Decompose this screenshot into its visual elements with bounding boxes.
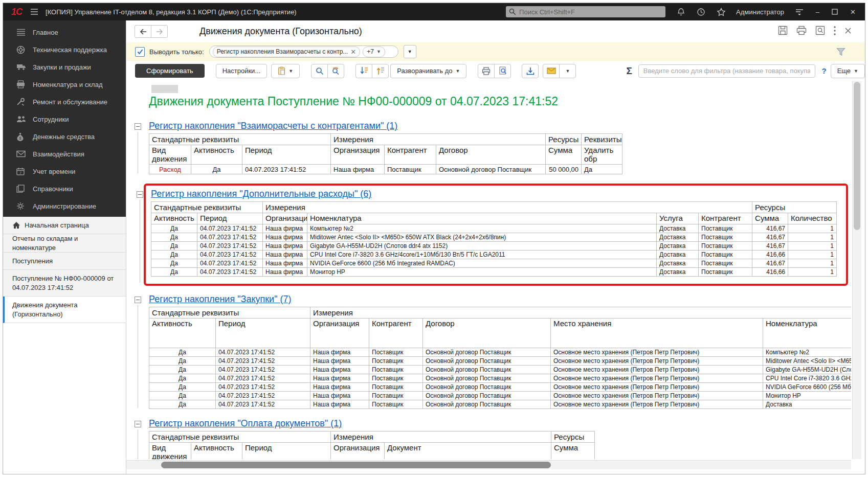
- kebab-menu-icon[interactable]: [834, 26, 836, 37]
- table-row[interactable]: Да04.07.2023 17:41:52Наша фирмаNVIDIA Ge…: [151, 259, 837, 268]
- expand-to-button[interactable]: Разворачивать до ▼: [390, 64, 466, 78]
- sidebar-item[interactable]: Номенклатура и склад: [3, 76, 126, 93]
- vertical-scrollbar-thumb[interactable]: [854, 82, 860, 230]
- expand-groups-icon[interactable]: [372, 64, 389, 78]
- preview-icon[interactable]: [815, 26, 825, 37]
- group-header: Ресурсы: [546, 134, 582, 145]
- sidebar-item[interactable]: Взаимодействия: [3, 145, 126, 163]
- collapse-groups-icon[interactable]: [355, 64, 372, 78]
- favorites-star-icon[interactable]: [717, 8, 726, 16]
- table-row[interactable]: Да04.07.2023 17:41:52Наша фирмаПоставщик…: [149, 392, 852, 400]
- sidebar-item[interactable]: 7Учет времени: [3, 163, 126, 180]
- table-row[interactable]: Да04.07.2023 17:41:52Наша фирмаCPU Intel…: [151, 251, 837, 259]
- table-row[interactable]: РасходДа04.07.2023 17:41:52Наша фирмаПос…: [149, 165, 622, 174]
- cell: Да: [149, 374, 216, 383]
- column-header: Договор: [436, 145, 546, 165]
- find-next-icon[interactable]: [327, 64, 344, 78]
- print-icon[interactable]: [478, 64, 495, 78]
- sidebar-item[interactable]: Ремонт и обслуживание: [3, 93, 126, 110]
- section-title-link[interactable]: Регистр накопления "Оплата документов" (…: [149, 418, 342, 429]
- send-email-icon[interactable]: [543, 64, 560, 78]
- cell: Основной договор Поставщик: [423, 400, 551, 409]
- help-button[interactable]: ?: [821, 66, 826, 75]
- nav-item[interactable]: Отчеты по складам и номенклатуре: [3, 234, 126, 253]
- collapse-icon[interactable]: [135, 297, 141, 303]
- table-row[interactable]: Да04.07.2023 17:41:52Наша фирмаПоставщик…: [149, 357, 852, 366]
- column-header-row: АктивностьПериодОрганизацияКонтрагентДог…: [149, 319, 852, 348]
- settings-button[interactable]: Настройки...: [216, 64, 268, 78]
- sidebar-item[interactable]: Администрирование: [3, 197, 126, 215]
- table-row[interactable]: Да04.07.2023 17:41:52Наша фирмаМонитор H…: [151, 268, 837, 277]
- sidebar-item[interactable]: Справочники: [3, 180, 126, 197]
- horizontal-scrollbar[interactable]: [126, 460, 851, 469]
- section-title-link[interactable]: Регистр накопления "Взаиморасчеты с конт…: [149, 121, 397, 131]
- filter-dropdown-button[interactable]: ▼: [404, 45, 416, 58]
- notifications-bell-icon[interactable]: [677, 8, 685, 16]
- table-row[interactable]: Да04.07.2023 17:41:52Наша фирмаПоставщик…: [149, 348, 852, 357]
- global-search[interactable]: [506, 6, 665, 17]
- save-file-icon[interactable]: [522, 64, 539, 78]
- table-row[interactable]: Да04.07.2023 17:41:52Наша фирмаПоставщик…: [149, 374, 852, 383]
- column-header: Период: [216, 319, 310, 348]
- show-only-checkbox[interactable]: [135, 47, 145, 57]
- quick-filter-input[interactable]: [638, 64, 816, 78]
- global-search-input[interactable]: [506, 6, 665, 17]
- service-menu-icon[interactable]: [795, 8, 804, 16]
- main-menu-icon[interactable]: [30, 8, 38, 15]
- horizontal-scrollbar-thumb[interactable]: [161, 462, 551, 468]
- table-row[interactable]: Да04.07.2023 17:41:52Наша фирмаMiditower…: [151, 233, 837, 242]
- section-title-link[interactable]: Регистр накопления "Закупки" (7): [149, 294, 292, 305]
- close-tab-icon[interactable]: [844, 27, 852, 36]
- maximize-button[interactable]: [832, 9, 838, 15]
- print-preview-icon[interactable]: [494, 64, 511, 78]
- sidebar-item[interactable]: Закупки и продажи: [3, 58, 126, 76]
- cell: Поставщик: [369, 383, 423, 392]
- history-icon[interactable]: [697, 8, 705, 16]
- report-variants-button[interactable]: ▼: [271, 64, 300, 78]
- vertical-scrollbar[interactable]: [852, 81, 861, 459]
- sidebar-item[interactable]: Техническая поддержка: [3, 41, 126, 58]
- sidebar-item[interactable]: $Денежные средства: [3, 128, 126, 145]
- table-row[interactable]: Да04.07.2023 17:41:52Наша фирмаКомпьютер…: [151, 224, 837, 233]
- autosum-icon[interactable]: Σ: [626, 65, 632, 77]
- table-row[interactable]: Да04.07.2023 17:41:52Наша фирмаGigabyte …: [151, 242, 837, 251]
- more-button[interactable]: Еще ▼: [831, 64, 865, 78]
- save-icon[interactable]: [778, 26, 788, 37]
- nav-forward-button[interactable]: [151, 25, 168, 38]
- sidebar-item[interactable]: Сотрудники: [3, 110, 126, 128]
- group-header: Стандартные реквизиты: [151, 202, 263, 213]
- current-user[interactable]: Администратор: [736, 8, 784, 16]
- table-row[interactable]: Да04.07.2023 17:41:52Наша фирмаПоставщик…: [149, 383, 852, 392]
- books-icon: [16, 184, 27, 193]
- nav-item[interactable]: Начальная страница: [3, 217, 126, 234]
- minimize-button[interactable]: –: [816, 8, 819, 16]
- sidebar-item[interactable]: Главное: [3, 24, 126, 41]
- generate-button[interactable]: Сформировать: [135, 64, 205, 78]
- nav-item[interactable]: Поступления: [3, 253, 126, 270]
- nav-item-label: Начальная страница: [25, 221, 89, 230]
- filter-tag[interactable]: Регистр накопления Взаиморасчеты с контр…: [213, 47, 361, 57]
- collapse-icon[interactable]: [137, 191, 143, 198]
- more-tags-chip[interactable]: +7 ▼: [363, 47, 385, 57]
- filter-funnel-icon[interactable]: [836, 48, 845, 56]
- report-section: Регистр накопления "Дополнительные расхо…: [144, 184, 848, 286]
- nav-item[interactable]: Движения документа (Горизонтально): [3, 297, 126, 323]
- collapse-icon[interactable]: [135, 421, 141, 427]
- table-row[interactable]: Да04.07.2023 17:41:52Наша фирмаПоставщик…: [149, 400, 852, 409]
- collapse-icon[interactable]: [135, 123, 141, 130]
- nav-back-button[interactable]: [135, 25, 151, 38]
- column-header: Период: [242, 145, 331, 165]
- send-dropdown[interactable]: ▼: [559, 64, 576, 78]
- register-table: Стандартные реквизитыИзмеренияРесурсыАкт…: [151, 201, 837, 277]
- nav-item[interactable]: Поступление № НФ00-000009 от 04.07.2023 …: [3, 270, 126, 297]
- table-row[interactable]: Да04.07.2023 17:41:52Наша фирмаПоставщик…: [149, 366, 852, 374]
- print-icon[interactable]: [796, 26, 807, 37]
- cell: Доставка: [657, 259, 699, 268]
- section-title-link[interactable]: Регистр накопления "Дополнительные расхо…: [151, 189, 371, 199]
- find-icon[interactable]: [311, 64, 328, 78]
- group-header: Реквизиты: [582, 134, 622, 145]
- register-filter-combo[interactable]: Регистр накопления Взаиморасчеты с контр…: [209, 46, 398, 58]
- close-button[interactable]: ✕: [850, 8, 856, 16]
- remove-tag-icon[interactable]: ✕: [350, 48, 356, 56]
- cell: NVIDIA GeForce 6600 (256 Мб Integrated R…: [763, 383, 852, 392]
